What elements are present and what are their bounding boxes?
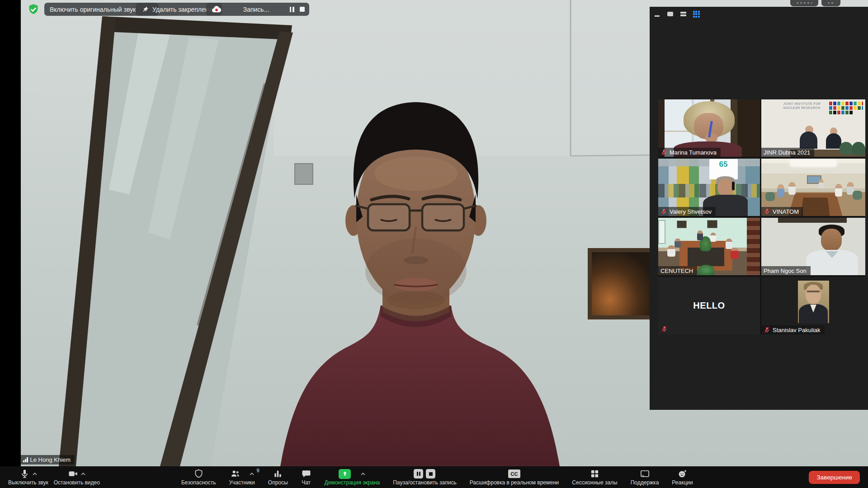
encryption-shield-icon <box>27 3 40 16</box>
flags-row <box>829 111 853 114</box>
shield-icon <box>193 469 204 479</box>
stop-recording-icon[interactable] <box>426 469 435 479</box>
stop-video-label: Остановить видео <box>54 480 100 486</box>
video-letterbox <box>0 0 21 466</box>
strip-view-button[interactable] <box>679 10 687 18</box>
chevron-up-icon[interactable] <box>33 473 37 475</box>
transcript-label: Расшифровка в реальном времени <box>470 480 559 486</box>
gallery-view-icon <box>693 11 700 18</box>
participant-name: JINR Dubna 2021 <box>764 149 810 156</box>
participant-tile-marina[interactable]: Marina Tumanova <box>658 99 760 157</box>
polls-label: Опросы <box>268 480 288 486</box>
participant-tile-cenutech[interactable]: CENUTECH <box>658 218 760 275</box>
participant-tile-vinatom[interactable]: VINATOM <box>761 159 865 216</box>
share-screen-button[interactable]: Демонстрация экрана <box>323 466 382 488</box>
closed-captions-icon: CC <box>508 469 520 478</box>
pause-stop-recording-button[interactable]: Пауза/остановить запись <box>391 466 458 488</box>
security-label: Безопасность <box>181 480 216 486</box>
recording-status-label: Запись... <box>243 6 269 13</box>
chat-icon <box>301 469 311 479</box>
chat-label: Чат <box>302 480 311 486</box>
chevron-up-icon[interactable] <box>250 473 254 475</box>
breakout-rooms-button[interactable]: Сессионные залы <box>570 466 619 488</box>
participant-name: HELLO <box>658 277 760 334</box>
participant-name: VINATOM <box>773 208 799 215</box>
recording-indicator: Запись... <box>206 3 309 16</box>
support-label: Поддержка <box>631 480 659 486</box>
participants-count-badge: 9 <box>257 468 259 473</box>
gallery-view-button[interactable] <box>693 10 700 18</box>
meeting-info-pill <box>821 0 840 6</box>
participants-grid: Marina Tumanova JOINT INSTITUTE FOR NUCL… <box>658 99 865 334</box>
muted-mic-icon <box>660 208 667 215</box>
bottom-toolbar: Выключить звук Остановить видео <box>0 466 868 488</box>
security-button[interactable]: Безопасность <box>179 466 218 488</box>
stop-recording-icon[interactable] <box>300 7 305 12</box>
participants-panel: Marina Tumanova JOINT INSTITUTE FOR NUCL… <box>650 7 868 410</box>
muted-mic-icon <box>661 326 668 333</box>
remote-support-icon <box>640 469 650 479</box>
breakout-label: Сессионные залы <box>572 480 617 486</box>
polls-icon <box>273 469 283 479</box>
participant-tile-pham[interactable]: Pham Ngoc Son <box>761 218 865 275</box>
live-transcript-button[interactable]: CC Расшифровка в реальном времени <box>468 466 561 488</box>
strip-view-icon <box>680 12 686 16</box>
participant-name: Valery Shvetsov <box>670 208 712 215</box>
muted-mic-icon <box>764 327 770 333</box>
speaker-view-icon <box>667 12 673 16</box>
end-meeting-button[interactable]: Завершение <box>809 471 860 484</box>
muted-mic-icon <box>660 149 667 156</box>
pin-icon <box>142 6 149 13</box>
breakout-rooms-icon <box>590 469 600 479</box>
participants-icon <box>230 469 241 479</box>
cloud-recording-icon <box>211 5 222 14</box>
participant-name: Pham Ngoc Son <box>764 267 807 274</box>
camera-icon <box>68 469 78 479</box>
reactions-label: Реакции <box>672 480 693 486</box>
participant-tile-valery[interactable]: 65 Valery Shvetsov <box>658 159 760 216</box>
stop-video-button[interactable]: Остановить видео <box>52 466 102 488</box>
flags-row <box>829 106 863 110</box>
minimize-icon <box>655 15 660 17</box>
original-sound-label: Включить оригинальный звук <box>50 6 136 13</box>
participant-tile-hello[interactable]: HELLO <box>658 277 760 334</box>
participant-tile-jinr[interactable]: JOINT INSTITUTE FOR NUCLEAR RESEARCH JIN… <box>761 99 865 157</box>
minimize-panel-button[interactable] <box>653 10 660 18</box>
reactions-icon <box>677 469 688 479</box>
microphone-icon <box>19 469 30 479</box>
participant-tile-stanislav[interactable]: Stanislav Pakuliak <box>761 277 865 334</box>
active-speaker-name: Le Hong Khiem <box>30 456 71 463</box>
participant-name: CENUTECH <box>660 267 693 274</box>
share-screen-label: Демонстрация экрана <box>325 480 380 486</box>
chevron-up-icon[interactable] <box>81 473 85 475</box>
muted-mic-icon <box>764 208 770 215</box>
polls-button[interactable]: Опросы <box>266 466 290 488</box>
record-label: Пауза/остановить запись <box>393 480 456 486</box>
share-screen-icon <box>339 469 351 479</box>
participants-button[interactable]: 9 Участники <box>227 466 256 488</box>
speaker-view-button[interactable] <box>666 10 674 18</box>
chat-button[interactable]: Чат <box>299 466 313 488</box>
participants-label: Участники <box>229 480 255 486</box>
mute-label: Выключить звук <box>8 480 48 486</box>
participant-name: Marina Tumanova <box>670 149 717 156</box>
flags-row <box>829 102 863 105</box>
audio-level-icon <box>23 457 28 462</box>
backdrop-text: JOINT INSTITUTE FOR NUCLEAR RESEARCH <box>778 102 826 110</box>
pause-recording-icon[interactable] <box>414 469 423 479</box>
zoom-meeting-window: Le Hong Khiem Включить оригинальный звук… <box>0 0 868 488</box>
panel-view-controls <box>653 10 700 18</box>
chevron-up-icon[interactable] <box>361 473 365 475</box>
participant-name: Stanislav Pakuliak <box>773 327 821 333</box>
meeting-timer-pill <box>790 0 818 6</box>
pause-recording-icon[interactable] <box>290 7 294 12</box>
active-speaker-nametag: Le Hong Khiem <box>20 455 75 465</box>
reactions-button[interactable]: Реакции <box>670 466 694 488</box>
mute-button[interactable]: Выключить звук <box>6 466 50 488</box>
support-button[interactable]: Поддержка <box>629 466 661 488</box>
